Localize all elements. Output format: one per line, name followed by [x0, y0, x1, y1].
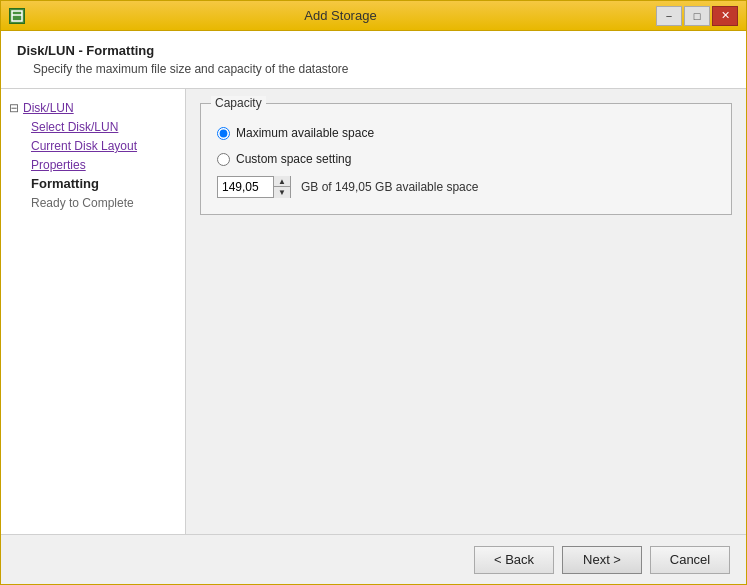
sidebar-item-ready: Ready to Complete — [1, 193, 185, 212]
sidebar-item-select-disk[interactable]: Select Disk/LUN — [1, 117, 185, 136]
title-bar: Add Storage − □ ✕ — [1, 1, 746, 31]
radio-custom-space[interactable] — [217, 153, 230, 166]
minimize-button[interactable]: − — [656, 6, 682, 26]
radio-max-space[interactable] — [217, 127, 230, 140]
spin-up-button[interactable]: ▲ — [274, 176, 290, 187]
sidebar-link-properties[interactable]: Properties — [31, 158, 86, 172]
sidebar-item-current-layout[interactable]: Current Disk Layout — [1, 136, 185, 155]
available-space-text: GB of 149,05 GB available space — [301, 180, 478, 194]
capacity-box: Capacity Maximum available space Custom … — [200, 103, 732, 215]
cancel-button[interactable]: Cancel — [650, 546, 730, 574]
sidebar-item-properties[interactable]: Properties — [1, 155, 185, 174]
footer: < Back Next > Cancel — [1, 534, 746, 584]
sidebar-root: ⊟ Disk/LUN — [1, 99, 185, 117]
spinner-buttons: ▲ ▼ — [273, 176, 290, 198]
sidebar-item-disk-lun[interactable]: Disk/LUN — [23, 101, 74, 115]
close-button[interactable]: ✕ — [712, 6, 738, 26]
sidebar-label-ready: Ready to Complete — [31, 196, 134, 210]
space-spinner: ▲ ▼ — [217, 176, 291, 198]
max-space-row: Maximum available space — [217, 126, 715, 140]
svg-rect-0 — [12, 11, 22, 21]
sidebar: ⊟ Disk/LUN Select Disk/LUN Current Disk … — [1, 89, 186, 534]
next-button[interactable]: Next > — [562, 546, 642, 574]
back-button[interactable]: < Back — [474, 546, 554, 574]
custom-space-row: Custom space setting — [217, 152, 715, 166]
space-value-input[interactable] — [218, 177, 273, 197]
radio-max-label[interactable]: Maximum available space — [236, 126, 374, 140]
radio-custom-label[interactable]: Custom space setting — [236, 152, 351, 166]
header-section: Disk/LUN - Formatting Specify the maximu… — [1, 31, 746, 89]
spin-down-button[interactable]: ▼ — [274, 187, 290, 198]
window-controls: − □ ✕ — [656, 6, 738, 26]
content-area: Capacity Maximum available space Custom … — [186, 89, 746, 534]
page-title: Disk/LUN - Formatting — [17, 43, 730, 58]
window-title: Add Storage — [25, 8, 656, 23]
sidebar-link-select-disk[interactable]: Select Disk/LUN — [31, 120, 118, 134]
page-subtitle: Specify the maximum file size and capaci… — [17, 62, 730, 76]
app-icon — [9, 8, 25, 24]
main-window: Add Storage − □ ✕ Disk/LUN - Formatting … — [0, 0, 747, 585]
sidebar-item-formatting: Formatting — [1, 174, 185, 193]
sidebar-label-formatting: Formatting — [31, 176, 99, 191]
main-content: ⊟ Disk/LUN Select Disk/LUN Current Disk … — [1, 89, 746, 534]
maximize-button[interactable]: □ — [684, 6, 710, 26]
sidebar-link-current-layout[interactable]: Current Disk Layout — [31, 139, 137, 153]
capacity-legend: Capacity — [211, 96, 266, 110]
custom-value-row: ▲ ▼ GB of 149,05 GB available space — [217, 176, 715, 198]
tree-expand-icon[interactable]: ⊟ — [9, 101, 19, 115]
